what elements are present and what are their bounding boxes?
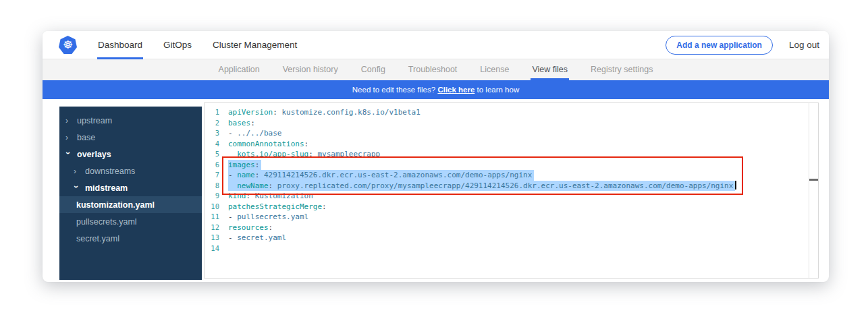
code-token: - xyxy=(228,171,237,179)
tab-application[interactable]: Application xyxy=(217,59,261,80)
nav-item-gitops[interactable]: GitOps xyxy=(163,31,192,59)
code-text: - secret.yaml xyxy=(228,233,286,243)
selected-code-text: images: xyxy=(228,160,261,171)
code-token: : xyxy=(308,150,317,158)
code-text: - pullsecrets.yaml xyxy=(228,212,308,223)
line-number: 10 xyxy=(205,202,219,212)
tree-dir-upstream[interactable]: ›upstream xyxy=(59,112,202,129)
tree-file-pullsecrets-yaml[interactable]: pullsecrets.yaml xyxy=(59,213,202,230)
code-token: ../../base xyxy=(237,129,281,138)
code-token: : xyxy=(304,140,309,148)
line-number: 7 xyxy=(205,170,219,181)
code-line-5[interactable]: 5 kots.io/app-slug: mysampleecrapp xyxy=(205,149,818,160)
line-number: 11 xyxy=(205,212,219,223)
code-line-7[interactable]: 7- name: 429114214526.dkr.ecr.us-east-2.… xyxy=(205,170,818,181)
tree-dir-base[interactable]: ›base xyxy=(59,129,202,146)
code-token: mysampleecrapp xyxy=(317,150,380,158)
code-text: kind: Kustomization xyxy=(228,191,313,202)
code-token: Kustomization xyxy=(255,192,313,200)
code-token: images xyxy=(228,160,255,169)
tab-license[interactable]: License xyxy=(479,59,510,80)
helm-wheel-glyph: ☸ xyxy=(63,39,73,51)
code-token: - xyxy=(228,233,237,242)
code-line-10[interactable]: 10patchesStrategicMerge: xyxy=(205,202,818,212)
code-line-8[interactable]: 8 newName: proxy.replicated.com/proxy/my… xyxy=(205,181,818,192)
tab-registry-settings[interactable]: Registry settings xyxy=(589,59,654,80)
line-number: 1 xyxy=(205,107,219,118)
code-text: - ../../base xyxy=(228,128,281,139)
banner-text-prefix: Need to edit these files? xyxy=(352,86,438,94)
chevron-right-icon: › xyxy=(74,167,80,175)
tree-dir-downstreams[interactable]: ›downstreams xyxy=(59,163,202,179)
main-nav: DashboardGitOpsCluster Management xyxy=(97,31,317,59)
logout-link[interactable]: Log out xyxy=(789,40,819,50)
code-text: kots.io/app-slug: mysampleecrapp xyxy=(228,149,380,160)
tree-dir-overlays[interactable]: ›overlays xyxy=(59,146,202,163)
code-line-11[interactable]: 11- pullsecrets.yaml xyxy=(205,212,818,223)
code-token: pullsecrets.yaml xyxy=(237,212,308,221)
code-line-3[interactable]: 3- ../../base xyxy=(205,128,818,139)
code-text: apiVersion: kustomize.config.k8s.io/v1be… xyxy=(228,107,421,118)
tab-view-files[interactable]: View files xyxy=(531,59,569,80)
code-token: patchesStrategicMerge xyxy=(228,202,322,211)
chevron-down-icon: › xyxy=(72,185,80,192)
nav-item-cluster-management[interactable]: Cluster Management xyxy=(212,31,298,59)
code-line-6[interactable]: 6images: xyxy=(205,160,818,171)
code-token: kind xyxy=(228,192,246,200)
code-line-1[interactable]: 1apiVersion: kustomize.config.k8s.io/v1b… xyxy=(205,107,818,118)
line-number: 13 xyxy=(205,233,219,243)
add-application-button[interactable]: Add a new application xyxy=(666,36,773,55)
code-token: secret.yaml xyxy=(237,233,286,242)
tab-version-history[interactable]: Version history xyxy=(281,59,340,80)
tree-item-label: base xyxy=(77,133,95,142)
code-token: : xyxy=(250,119,255,127)
app-window: ☸ DashboardGitOpsCluster Management Add … xyxy=(43,31,829,282)
tree-item-label: overlays xyxy=(77,150,111,159)
code-token: resources xyxy=(228,223,269,232)
app-tab-bar: ApplicationVersion historyConfigTroubles… xyxy=(43,59,829,80)
click-here-link[interactable]: Click here xyxy=(437,86,474,94)
tree-file-secret-yaml[interactable]: secret.yaml xyxy=(59,230,202,247)
code-token xyxy=(228,181,237,190)
tab-config[interactable]: Config xyxy=(360,59,387,80)
tree-item-label: midstream xyxy=(85,183,128,193)
line-number: 8 xyxy=(205,181,219,192)
code-token: : xyxy=(246,192,255,200)
code-line-12[interactable]: 12resources: xyxy=(205,223,818,233)
code-token: : xyxy=(255,160,260,169)
view-files-content: ›upstream›base›overlays›downstreams›mids… xyxy=(43,99,829,282)
code-token: : xyxy=(255,171,264,179)
code-line-4[interactable]: 4commonAnnotations: xyxy=(205,139,818,150)
code-line-2[interactable]: 2bases: xyxy=(205,118,818,129)
line-number: 14 xyxy=(205,243,219,254)
nav-item-dashboard[interactable]: Dashboard xyxy=(97,31,143,59)
code-editor[interactable]: 1apiVersion: kustomize.config.k8s.io/v1b… xyxy=(204,103,819,279)
code-token: 429114214526.dkr.ecr.us-east-2.amazonaws… xyxy=(264,171,532,179)
chevron-down-icon: › xyxy=(64,152,72,158)
selected-code-text: newName: proxy.replicated.com/proxy/mysa… xyxy=(228,181,735,192)
banner-text-suffix: to learn how xyxy=(474,86,519,94)
code-text: commonAnnotations: xyxy=(228,139,308,150)
line-number: 4 xyxy=(205,139,219,150)
code-token: newName xyxy=(237,181,268,190)
tab-troubleshoot[interactable]: Troubleshoot xyxy=(407,59,459,80)
code-token: proxy.replicated.com/proxy/mysampleecrap… xyxy=(277,181,734,190)
code-token: - xyxy=(228,212,237,221)
code-line-9[interactable]: 9kind: Kustomization xyxy=(205,191,818,202)
code-text: bases: xyxy=(228,118,255,129)
code-line-13[interactable]: 13- secret.yaml xyxy=(205,233,818,243)
code-token: name xyxy=(237,171,255,179)
tree-item-label: secret.yaml xyxy=(76,234,119,243)
chevron-right-icon: › xyxy=(65,117,72,125)
code-token xyxy=(228,150,237,158)
code-lines: 1apiVersion: kustomize.config.k8s.io/v1b… xyxy=(205,107,818,254)
tree-item-label: kustomization.yaml xyxy=(76,200,155,210)
tree-dir-midstream[interactable]: ›midstream xyxy=(59,179,202,196)
code-token: apiVersion xyxy=(228,108,273,117)
tree-file-kustomization-yaml[interactable]: kustomization.yaml xyxy=(59,196,202,213)
code-token: kots.io/app-slug xyxy=(237,150,308,158)
editor-overview-ruler[interactable] xyxy=(809,103,818,278)
line-number: 5 xyxy=(205,149,219,160)
code-token: commonAnnotations xyxy=(228,140,304,148)
code-line-14[interactable]: 14 xyxy=(205,243,818,254)
